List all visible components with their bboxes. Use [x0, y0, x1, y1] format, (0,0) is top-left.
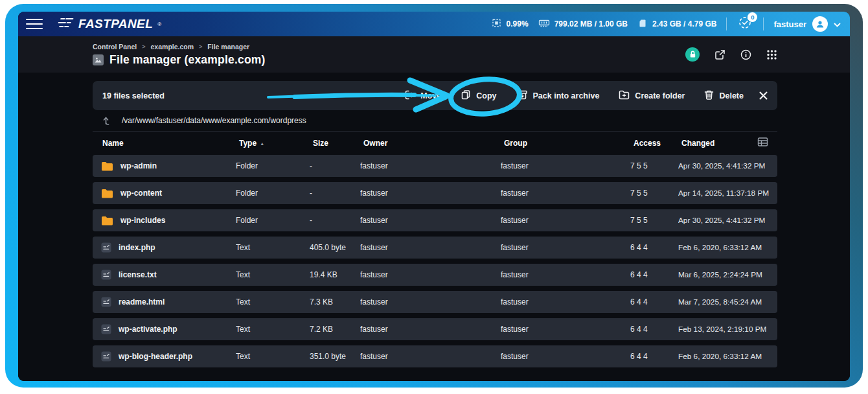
table-row[interactable]: wp-admin Folder - fastuser fastuser 7 5 …	[93, 155, 777, 177]
file-owner: fastuser	[360, 189, 501, 198]
file-manager-icon	[93, 54, 104, 65]
file-access: 6 4 4	[630, 352, 678, 361]
cpu-value: 0.99%	[507, 19, 529, 29]
username: fastuser	[773, 19, 806, 29]
file-group: fastuser	[501, 161, 630, 170]
file-table-body: wp-admin Folder - fastuser fastuser 7 5 …	[93, 155, 777, 367]
file-access: 7 5 5	[630, 161, 678, 170]
disk-stat[interactable]: 2.43 GB / 4.79 GB	[637, 18, 716, 30]
table-row[interactable]: wp-activate.php Text 7.2 KB fastuser fas…	[93, 318, 777, 340]
ram-stat[interactable]: 799.02 MB / 1.00 GB	[538, 18, 628, 30]
file-changed: Feb 6, 2020, 6:33:12 AM	[678, 243, 771, 252]
file-changed: Apr 30, 2025, 4:41:32 PM	[678, 216, 771, 225]
file-size: 405.0 byte	[310, 243, 360, 252]
file-size: 7.2 KB	[310, 325, 360, 334]
app-window: FASTPANEL® 0.99%	[18, 12, 850, 381]
page-title: File manager (example.com)	[109, 53, 266, 67]
file-size: -	[310, 189, 360, 198]
copy-icon	[461, 89, 471, 102]
external-link-icon[interactable]	[714, 49, 725, 60]
file-icon	[101, 351, 111, 362]
close-selection-button[interactable]	[759, 91, 768, 100]
breadcrumb-site[interactable]: example.com	[151, 43, 194, 51]
ssl-lock-button[interactable]	[685, 47, 700, 62]
file-size: 19.4 KB	[310, 270, 360, 279]
table-row[interactable]: wp-includes Folder - fastuser fastuser 7…	[93, 209, 777, 231]
file-type: Folder	[236, 161, 310, 170]
file-type: Text	[236, 297, 310, 307]
avatar	[812, 16, 828, 32]
file-access: 7 5 5	[630, 216, 678, 225]
file-icon	[101, 324, 111, 334]
topbar-divider	[726, 17, 727, 30]
file-owner: fastuser	[360, 297, 501, 307]
file-type: Text	[236, 352, 310, 361]
main-content: 19 files selected Move	[18, 73, 850, 381]
ram-value: 799.02 MB / 1.00 GB	[554, 19, 628, 29]
trash-icon	[704, 89, 714, 102]
pack-into-archive-label: Pack into archive	[533, 91, 600, 100]
file-type: Text	[236, 270, 310, 279]
file-type: Folder	[236, 216, 310, 225]
file-owner: fastuser	[360, 270, 501, 279]
copy-button[interactable]: Copy	[461, 89, 496, 102]
table-row[interactable]: readme.html Text 7.3 KB fastuser fastuse…	[93, 291, 777, 313]
file-name: wp-activate.php	[119, 325, 177, 334]
column-header-size[interactable]: Size	[313, 139, 363, 148]
column-header-group[interactable]: Group	[504, 139, 634, 148]
file-type: Folder	[236, 189, 310, 198]
move-icon	[404, 89, 415, 102]
table-row[interactable]: index.php Text 405.0 byte fastuser fastu…	[93, 237, 777, 259]
file-changed: Mar 7, 2025, 8:45:24 AM	[678, 297, 771, 307]
file-name: wp-includes	[120, 216, 165, 225]
column-header-owner[interactable]: Owner	[363, 139, 504, 148]
fastpanel-logo-icon	[57, 17, 74, 31]
file-access: 7 5 5	[630, 189, 678, 198]
info-icon[interactable]	[740, 49, 751, 60]
breadcrumb-file-manager[interactable]: File manager	[207, 43, 249, 51]
ram-icon	[538, 18, 550, 30]
file-name: wp-content	[120, 189, 162, 198]
hamburger-menu-icon[interactable]	[26, 19, 43, 30]
brand-logo[interactable]: FASTPANEL®	[57, 17, 161, 31]
selection-count: 19 files selected	[102, 91, 165, 100]
table-row[interactable]: wp-blog-header.php Text 351.0 byte fastu…	[93, 345, 777, 367]
table-header: Name Type▲ Size Owner Group Access Chang…	[93, 132, 777, 155]
move-button[interactable]: Move	[404, 89, 441, 102]
folder-icon	[101, 161, 113, 171]
create-folder-button[interactable]: Create folder	[619, 90, 685, 102]
file-type: Text	[236, 243, 310, 252]
tasks-button[interactable]: 0	[737, 16, 753, 32]
cpu-stat[interactable]: 0.99%	[491, 17, 529, 30]
file-name: index.php	[119, 243, 155, 252]
file-icon	[101, 242, 111, 253]
registered-mark: ®	[157, 21, 161, 27]
file-name: wp-admin	[120, 161, 157, 170]
file-icon	[101, 270, 111, 280]
disk-value: 2.43 GB / 4.79 GB	[652, 19, 716, 29]
topbar-divider	[763, 17, 764, 30]
table-layout-icon[interactable]	[757, 137, 768, 150]
column-header-name[interactable]: Name	[102, 139, 239, 148]
file-access: 6 4 4	[630, 297, 678, 307]
file-owner: fastuser	[360, 161, 501, 170]
breadcrumb-separator: >	[199, 43, 202, 50]
screenshot-canvas: FASTPANEL® 0.99%	[0, 0, 868, 394]
breadcrumb-control-panel[interactable]: Control Panel	[93, 43, 137, 51]
column-header-access[interactable]: Access	[634, 139, 681, 148]
pack-into-archive-button[interactable]: Pack into archive	[516, 89, 600, 102]
column-header-type[interactable]: Type▲	[239, 139, 313, 148]
file-owner: fastuser	[360, 216, 501, 225]
go-up-directory-button[interactable]	[102, 115, 113, 126]
delete-label: Delete	[719, 91, 744, 100]
current-path[interactable]: /var/www/fastuser/data/www/example.com/w…	[122, 116, 306, 125]
cpu-icon	[491, 17, 502, 30]
table-row[interactable]: license.txt Text 19.4 KB fastuser fastus…	[93, 264, 777, 286]
table-row[interactable]: wp-content Folder - fastuser fastuser 7 …	[93, 182, 777, 204]
file-type: Text	[236, 325, 310, 334]
user-menu[interactable]: fastuser	[773, 16, 841, 32]
apps-grid-icon[interactable]	[766, 49, 777, 60]
page-header: Control Panel > example.com > File manag…	[18, 36, 850, 73]
delete-button[interactable]: Delete	[704, 89, 744, 102]
brand-name: FASTPANEL	[78, 17, 153, 31]
